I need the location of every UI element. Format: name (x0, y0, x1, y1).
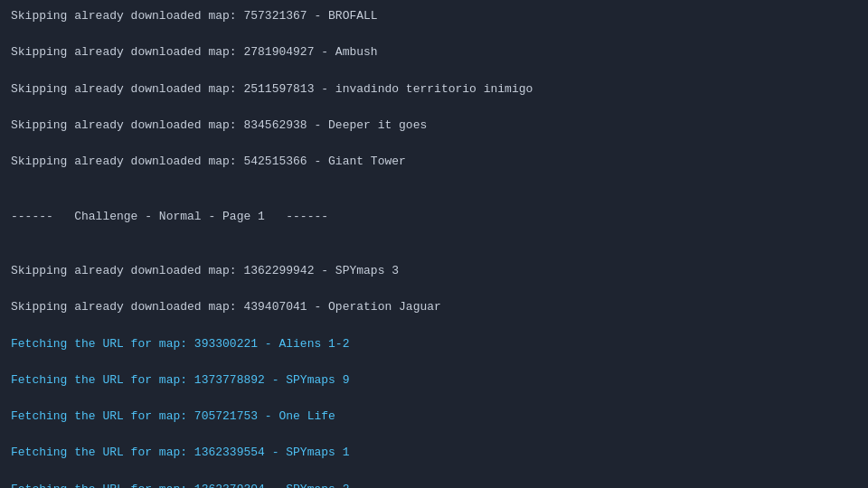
skip-line: Skipping already downloaded map: 8345629… (11, 117, 857, 135)
fetch-line: Fetching the URL for map: 393300221 - Al… (11, 335, 857, 353)
fetch-line: Fetching the URL for map: 1362379304 - S… (11, 481, 857, 488)
skip-line: Skipping already downloaded map: 2511597… (11, 80, 857, 99)
skip-line: Skipping already downloaded map: 4394070… (11, 298, 857, 316)
skip-line: Skipping already downloaded map: 1362299… (11, 262, 857, 280)
terminal-output: Skipping already downloaded map: 7573213… (11, 7, 857, 488)
skip-line: Skipping already downloaded map: 5425153… (11, 153, 857, 171)
skip-line: Skipping already downloaded map: 2781904… (11, 43, 857, 61)
section-line: ------ Challenge - Normal - Page 1 -----… (11, 208, 857, 226)
fetch-line: Fetching the URL for map: 705721753 - On… (11, 408, 857, 426)
fetch-line: Fetching the URL for map: 1373778892 - S… (11, 371, 857, 389)
fetch-line: Fetching the URL for map: 1362339554 - S… (11, 444, 857, 462)
skip-line: Skipping already downloaded map: 7573213… (11, 7, 857, 25)
empty-line (11, 244, 857, 262)
empty-line (11, 189, 857, 207)
